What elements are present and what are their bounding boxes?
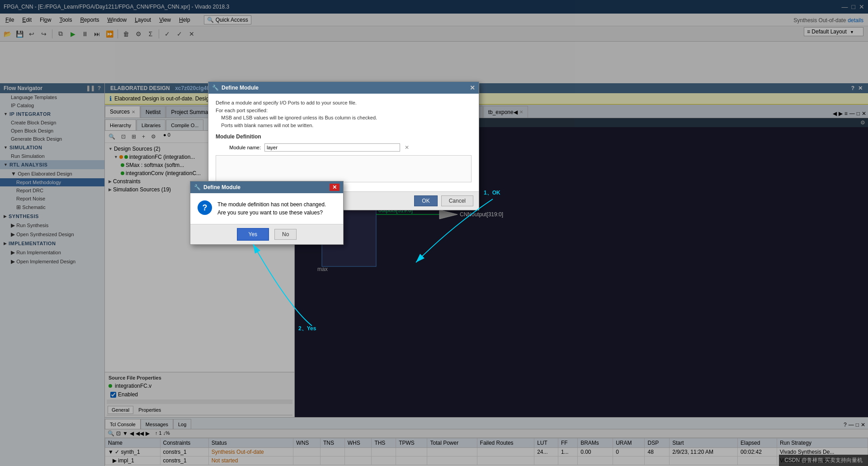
dm-title-icon: 🔧 xyxy=(212,85,219,91)
confirm-dialog: 🔧 Define Module ✕ ? The module definitio… xyxy=(190,181,344,245)
modal-overlay xyxy=(0,0,868,466)
confirm-line1: The module definition has not been chang… xyxy=(217,200,326,209)
dm-module-name-label: Module name: xyxy=(216,145,261,150)
dm-ok-button[interactable]: OK xyxy=(414,195,437,206)
confirm-no-button[interactable]: No xyxy=(274,229,297,240)
dm-module-name-input[interactable] xyxy=(264,143,400,152)
define-module-titlebar: 🔧 Define Module ✕ xyxy=(208,82,479,94)
define-module-body: Define a module and specify I/O Ports to… xyxy=(208,94,479,191)
confirm-question-icon: ? xyxy=(198,200,212,215)
confirm-close-btn[interactable]: ✕ xyxy=(330,184,340,191)
dm-cancel-button[interactable]: Cancel xyxy=(441,195,473,206)
confirm-footer: Yes No xyxy=(190,224,343,244)
confirm-message: The module definition has not been chang… xyxy=(217,200,326,217)
confirm-titlebar: 🔧 Define Module ✕ xyxy=(190,181,343,193)
confirm-title-label: Define Module xyxy=(203,184,241,190)
dm-section-title: Module Definition xyxy=(216,133,472,140)
confirm-yes-button[interactable]: Yes xyxy=(237,228,269,241)
dm-ports-table xyxy=(216,155,472,182)
dm-description: Define a module and specify I/O Ports to… xyxy=(216,99,472,129)
dm-module-name-row: Module name: ✕ xyxy=(216,143,472,152)
dm-clear-btn[interactable]: ✕ xyxy=(405,144,409,151)
dm-title-label: Define Module xyxy=(222,85,259,91)
dm-close-btn[interactable]: ✕ xyxy=(470,84,475,91)
confirm-body: ? The module definition has not been cha… xyxy=(190,193,343,224)
confirm-title-icon: 🔧 xyxy=(194,184,201,190)
confirm-line2: Are you sure you want to use these value… xyxy=(217,209,326,217)
